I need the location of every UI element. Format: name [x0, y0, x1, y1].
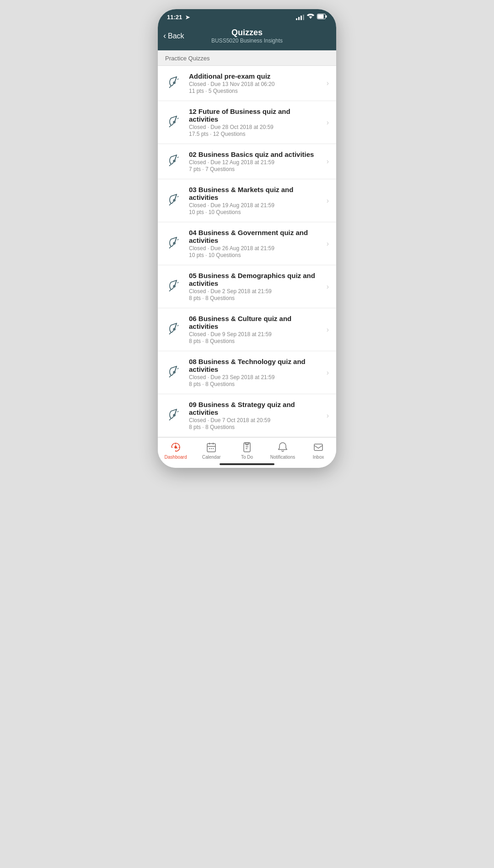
- quiz-title: 03 Business & Markets quiz and activitie…: [189, 186, 320, 201]
- inbox-icon: [312, 441, 324, 453]
- chevron-right-icon: ›: [327, 283, 329, 291]
- rocket-icon: [165, 364, 183, 381]
- tab-dashboard[interactable]: Dashboard: [162, 441, 189, 460]
- rocket-icon: [165, 114, 183, 131]
- quiz-content: 08 Business & Technology quiz and activi…: [189, 358, 320, 387]
- chevron-right-icon: ›: [327, 369, 329, 377]
- quiz-list-item[interactable]: 08 Business & Technology quiz and activi…: [158, 351, 336, 394]
- tab-todo-label: To Do: [241, 455, 253, 460]
- tab-todo[interactable]: To Do: [233, 441, 261, 460]
- quiz-points: 8 pts · 8 Questions: [189, 338, 320, 344]
- quiz-meta: Closed · Due 28 Oct 2018 at 20:59: [189, 124, 320, 130]
- rocket-icon: [165, 153, 183, 170]
- quiz-content: 06 Business & Culture quiz and activitie…: [189, 315, 320, 344]
- chevron-right-icon: ›: [327, 118, 329, 127]
- tab-inbox[interactable]: Inbox: [305, 441, 332, 460]
- chevron-right-icon: ›: [327, 240, 329, 248]
- quiz-title: 09 Business & Strategy quiz and activiti…: [189, 401, 320, 416]
- svg-rect-18: [314, 444, 322, 450]
- quiz-meta: Closed · Due 13 Nov 2018 at 06:20: [189, 81, 320, 87]
- quiz-content: 09 Business & Strategy quiz and activiti…: [189, 401, 320, 430]
- rocket-icon: [165, 407, 183, 424]
- location-arrow-icon: ➤: [185, 14, 190, 21]
- home-bar: [220, 463, 274, 465]
- time-display: 11:21: [167, 14, 182, 21]
- chevron-right-icon: ›: [327, 197, 329, 205]
- page-title: Quizzes: [211, 28, 283, 38]
- rocket-icon: [165, 235, 183, 252]
- quiz-points: 10 pts · 10 Questions: [189, 252, 320, 258]
- quiz-content: 05 Business & Demographics quiz and acti…: [189, 272, 320, 301]
- svg-point-12: [175, 446, 177, 448]
- quiz-content: 04 Business & Government quiz and activi…: [189, 229, 320, 258]
- quiz-title: 05 Business & Demographics quiz and acti…: [189, 272, 320, 287]
- quiz-title: 02 Business Basics quiz and activities: [189, 150, 320, 158]
- phone-frame: 11:21 ➤: [158, 9, 336, 468]
- quiz-list-item[interactable]: 06 Business & Culture quiz and activitie…: [158, 308, 336, 351]
- quiz-meta: Closed · Due 9 Sep 2018 at 21:59: [189, 331, 320, 338]
- wifi-icon: [307, 14, 314, 21]
- quiz-list-item[interactable]: 04 Business & Government quiz and activi…: [158, 222, 336, 265]
- quiz-title: 06 Business & Culture quiz and activitie…: [189, 315, 320, 330]
- quiz-list-item[interactable]: Additional pre-exam quizClosed · Due 13 …: [158, 66, 336, 101]
- back-chevron-icon: ‹: [163, 31, 166, 41]
- quiz-meta: Closed · Due 12 Aug 2018 at 21:59: [189, 159, 320, 166]
- quiz-meta: Closed · Due 23 Sep 2018 at 21:59: [189, 374, 320, 380]
- quiz-title: 08 Business & Technology quiz and activi…: [189, 358, 320, 373]
- quiz-points: 8 pts · 8 Questions: [189, 381, 320, 387]
- tab-dashboard-label: Dashboard: [165, 455, 187, 460]
- quiz-points: 8 pts · 8 Questions: [189, 424, 320, 430]
- quiz-list-item[interactable]: 02 Business Basics quiz and activitiesCl…: [158, 144, 336, 179]
- nav-title-block: Quizzes BUSS5020 Business Insights: [211, 28, 283, 44]
- chevron-right-icon: ›: [327, 79, 329, 87]
- section-header-text: Practice Quizzes: [165, 55, 210, 62]
- quiz-meta: Closed · Due 7 Oct 2018 at 20:59: [189, 417, 320, 423]
- calendar-icon: [205, 441, 217, 453]
- svg-rect-14: [209, 448, 210, 449]
- chevron-right-icon: ›: [327, 157, 329, 166]
- page-subtitle: BUSS5020 Business Insights: [211, 38, 283, 44]
- quiz-points: 11 pts · 5 Questions: [189, 88, 320, 94]
- quiz-meta: Closed · Due 2 Sep 2018 at 21:59: [189, 288, 320, 295]
- rocket-icon: [165, 278, 183, 295]
- quiz-content: Additional pre-exam quizClosed · Due 13 …: [189, 72, 320, 94]
- battery-icon: [317, 14, 327, 21]
- quiz-content: 12 Future of Business quiz and activitie…: [189, 107, 320, 137]
- quiz-points: 8 pts · 8 Questions: [189, 295, 320, 301]
- quiz-title: 12 Future of Business quiz and activitie…: [189, 107, 320, 123]
- quiz-content: 02 Business Basics quiz and activitiesCl…: [189, 150, 320, 172]
- chevron-right-icon: ›: [327, 412, 329, 420]
- quiz-list-item[interactable]: 12 Future of Business quiz and activitie…: [158, 101, 336, 144]
- svg-rect-13: [207, 444, 215, 452]
- rocket-icon: [165, 75, 183, 92]
- quiz-points: 10 pts · 10 Questions: [189, 209, 320, 215]
- nav-header: ‹ Back Quizzes BUSS5020 Business Insight…: [158, 23, 336, 50]
- status-bar-left: 11:21 ➤: [167, 14, 190, 21]
- signal-icon: [296, 15, 304, 20]
- quiz-title: Additional pre-exam quiz: [189, 72, 320, 80]
- notifications-icon: [277, 441, 289, 453]
- status-bar: 11:21 ➤: [158, 9, 336, 23]
- quiz-meta: Closed · Due 19 Aug 2018 at 21:59: [189, 202, 320, 209]
- tab-calendar-label: Calendar: [202, 455, 221, 460]
- back-button[interactable]: ‹ Back: [163, 31, 184, 41]
- tab-notifications[interactable]: Notifications: [269, 441, 296, 460]
- quiz-list: Additional pre-exam quizClosed · Due 13 …: [158, 66, 336, 437]
- quiz-list-item[interactable]: 05 Business & Demographics quiz and acti…: [158, 265, 336, 308]
- section-header: Practice Quizzes: [158, 50, 336, 66]
- quiz-list-item[interactable]: 03 Business & Markets quiz and activitie…: [158, 179, 336, 222]
- quiz-points: 17.5 pts · 12 Questions: [189, 131, 320, 137]
- tab-calendar[interactable]: Calendar: [198, 441, 225, 460]
- svg-rect-15: [211, 448, 212, 449]
- back-label: Back: [168, 32, 184, 40]
- quiz-content: 03 Business & Markets quiz and activitie…: [189, 186, 320, 215]
- dashboard-icon: [170, 441, 182, 453]
- quiz-list-item[interactable]: 09 Business & Strategy quiz and activiti…: [158, 394, 336, 437]
- quiz-points: 7 pts · 7 Questions: [189, 166, 320, 172]
- svg-rect-2: [318, 15, 324, 19]
- status-bar-right: [296, 14, 327, 21]
- todo-icon: [241, 441, 253, 453]
- tab-inbox-label: Inbox: [313, 455, 324, 460]
- quiz-title: 04 Business & Government quiz and activi…: [189, 229, 320, 244]
- chevron-right-icon: ›: [327, 326, 329, 334]
